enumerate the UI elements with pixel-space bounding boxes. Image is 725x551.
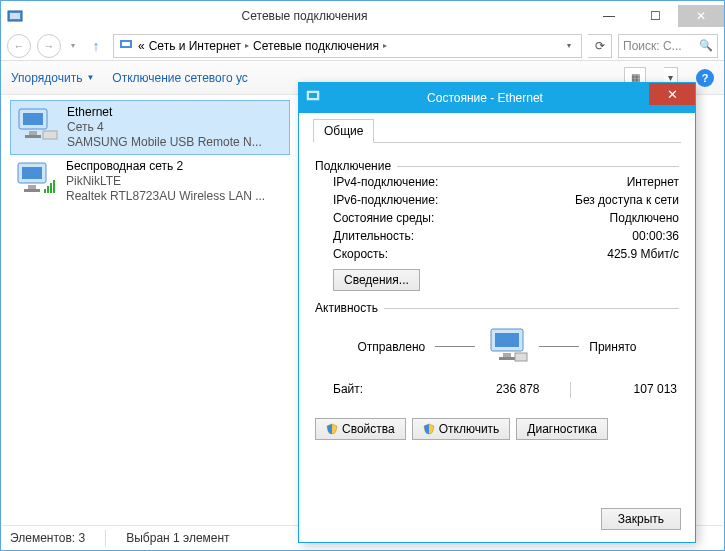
window-title: Сетевые подключения — [23, 9, 586, 23]
ethernet-icon — [15, 105, 59, 143]
search-input[interactable]: Поиск: С... 🔍 — [618, 34, 718, 58]
minimize-button[interactable]: — — [586, 5, 632, 27]
back-button[interactable]: ← — [7, 34, 31, 58]
shield-icon — [326, 423, 338, 435]
disable-label: Отключение сетевого ус — [112, 71, 247, 85]
svg-rect-6 — [29, 131, 37, 135]
tab-general[interactable]: Общие — [313, 119, 374, 143]
svg-rect-12 — [24, 189, 40, 192]
shield-icon — [423, 423, 435, 435]
dialog-close-button[interactable]: ✕ — [649, 83, 695, 105]
connection-name: Беспроводная сеть 2 — [66, 159, 265, 174]
refresh-button[interactable]: ⟳ — [588, 34, 612, 58]
chevron-down-icon: ▼ — [86, 73, 94, 82]
wifi-icon — [14, 159, 58, 197]
window-icon — [7, 8, 23, 24]
svg-rect-1 — [10, 13, 20, 19]
up-button[interactable]: ↑ — [85, 35, 107, 57]
bytes-recv: 107 013 — [571, 382, 678, 398]
svg-rect-5 — [23, 113, 43, 125]
connection-item-wifi[interactable]: Беспроводная сеть 2 PikNikLTE Realtek RT… — [10, 155, 290, 208]
ipv4-value: Интернет — [627, 175, 679, 189]
duration-label: Длительность: — [333, 229, 632, 243]
navbar: ← → ▾ ↑ « Сеть и Интернет ▸ Сетевые подк… — [1, 31, 724, 61]
group-activity-label: Активность — [315, 301, 378, 315]
recv-label: Принято — [589, 340, 636, 354]
properties-label: Свойства — [342, 422, 395, 436]
svg-rect-3 — [122, 42, 130, 46]
details-button[interactable]: Сведения... — [333, 269, 420, 291]
maximize-button[interactable]: ☐ — [632, 5, 678, 27]
address-bar[interactable]: « Сеть и Интернет ▸ Сетевые подключения … — [113, 34, 582, 58]
breadcrumb-l2[interactable]: Сетевые подключения — [253, 39, 379, 53]
dialog-title: Состояние - Ethernet — [321, 91, 649, 105]
ipv6-label: IPv6-подключение: — [333, 193, 575, 207]
svg-rect-10 — [22, 167, 42, 179]
svg-rect-8 — [43, 131, 57, 139]
speed-label: Скорость: — [333, 247, 607, 261]
forward-button[interactable]: → — [37, 34, 61, 58]
help-button[interactable]: ? — [696, 69, 714, 87]
disable-label: Отключить — [439, 422, 500, 436]
status-dialog: Состояние - Ethernet ✕ Общие Подключение… — [298, 82, 696, 543]
bytes-label: Байт: — [333, 382, 433, 398]
activity-graphic: Отправлено Принято — [315, 325, 679, 368]
address-dropdown-icon[interactable]: ▾ — [561, 41, 577, 50]
media-value: Подключено — [610, 211, 679, 225]
svg-rect-14 — [47, 186, 49, 193]
dialog-tabs: Общие — [313, 119, 681, 143]
search-placeholder: Поиск: С... — [623, 39, 682, 53]
dialog-titlebar: Состояние - Ethernet ✕ — [299, 83, 695, 113]
connection-name: Ethernet — [67, 105, 262, 120]
svg-rect-23 — [515, 353, 527, 361]
connection-network: Сеть 4 — [67, 120, 262, 135]
disable-device-button[interactable]: Отключение сетевого ус — [112, 71, 247, 85]
activity-monitor-icon — [485, 325, 529, 368]
svg-rect-20 — [495, 333, 519, 347]
svg-rect-21 — [503, 353, 511, 357]
svg-rect-16 — [53, 180, 55, 193]
organize-menu[interactable]: Упорядочить ▼ — [11, 71, 94, 85]
status-count: Элементов: 3 — [10, 531, 85, 545]
properties-button[interactable]: Свойства — [315, 418, 406, 440]
sent-label: Отправлено — [358, 340, 426, 354]
breadcrumb-l1[interactable]: Сеть и Интернет — [149, 39, 241, 53]
close-dialog-button[interactable]: Закрыть — [601, 508, 681, 530]
ipv6-value: Без доступа к сети — [575, 193, 679, 207]
duration-value: 00:00:36 — [632, 229, 679, 243]
svg-rect-15 — [50, 183, 52, 193]
disable-button[interactable]: Отключить — [412, 418, 511, 440]
dialog-icon — [305, 88, 321, 108]
diagnose-button[interactable]: Диагностика — [516, 418, 608, 440]
close-button[interactable]: ✕ — [678, 5, 724, 27]
search-icon: 🔍 — [699, 39, 713, 52]
svg-rect-22 — [499, 357, 515, 360]
connection-network: PikNikLTE — [66, 174, 265, 189]
window-controls: — ☐ ✕ — [586, 5, 724, 27]
network-icon — [118, 36, 134, 55]
breadcrumb-prefix: « — [138, 39, 145, 53]
titlebar: Сетевые подключения — ☐ ✕ — [1, 1, 724, 31]
organize-label: Упорядочить — [11, 71, 82, 85]
connection-item-ethernet[interactable]: Ethernet Сеть 4 SAMSUNG Mobile USB Remot… — [10, 100, 290, 155]
chevron-icon[interactable]: ▸ — [245, 41, 249, 50]
svg-rect-11 — [28, 185, 36, 189]
speed-value: 425.9 Мбит/с — [607, 247, 679, 261]
status-selected: Выбран 1 элемент — [126, 531, 229, 545]
group-connection-label: Подключение — [315, 159, 391, 173]
history-dropdown[interactable]: ▾ — [67, 35, 79, 57]
ipv4-label: IPv4-подключение: — [333, 175, 627, 189]
connection-device: SAMSUNG Mobile USB Remote N... — [67, 135, 262, 150]
media-label: Состояние среды: — [333, 211, 610, 225]
svg-rect-13 — [44, 189, 46, 193]
chevron-icon[interactable]: ▸ — [383, 41, 387, 50]
svg-rect-18 — [309, 93, 317, 98]
bytes-sent: 236 878 — [433, 382, 570, 398]
connection-device: Realtek RTL8723AU Wireless LAN ... — [66, 189, 265, 204]
svg-rect-7 — [25, 135, 41, 138]
